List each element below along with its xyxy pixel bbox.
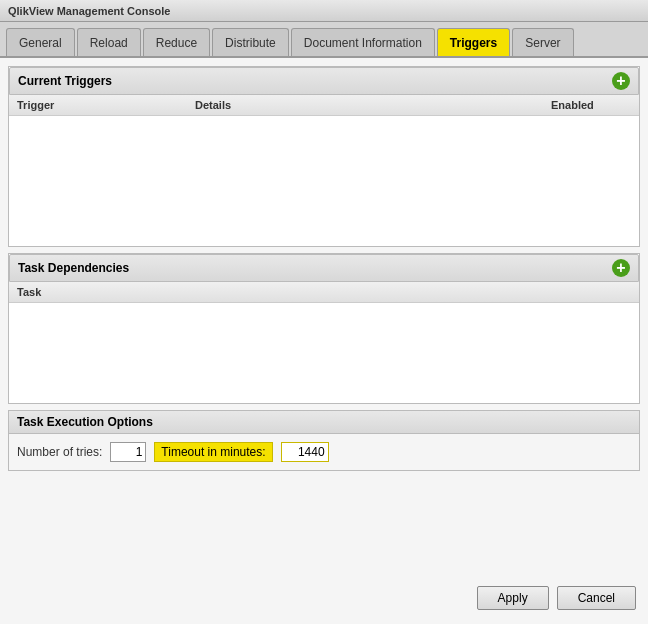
add-trigger-button[interactable]: + [612, 72, 630, 90]
current-triggers-label: Current Triggers [18, 74, 112, 88]
task-dependencies-section: Task Dependencies + Task [8, 253, 640, 404]
tab-triggers[interactable]: Triggers [437, 28, 510, 56]
enabled-col-header: Enabled [551, 99, 631, 111]
tasks-table-body [9, 303, 639, 403]
task-dependencies-label: Task Dependencies [18, 261, 129, 275]
main-content: Current Triggers + Trigger Details Enabl… [0, 58, 648, 624]
number-of-tries-input[interactable] [110, 442, 146, 462]
tab-reduce[interactable]: Reduce [143, 28, 210, 56]
add-dependency-button[interactable]: + [612, 259, 630, 277]
timeout-input[interactable] [281, 442, 329, 462]
footer: Apply Cancel [8, 580, 640, 616]
task-execution-label: Task Execution Options [17, 415, 153, 429]
tab-reload[interactable]: Reload [77, 28, 141, 56]
tab-bar: General Reload Reduce Distribute Documen… [0, 22, 648, 58]
spacer [8, 477, 640, 574]
timeout-label: Timeout in minutes: [154, 442, 272, 462]
task-col-header: Task [17, 286, 631, 298]
tab-document-information[interactable]: Document Information [291, 28, 435, 56]
title-bar: QlikView Management Console [0, 0, 648, 22]
triggers-table-header: Trigger Details Enabled [9, 95, 639, 116]
apply-button[interactable]: Apply [477, 586, 549, 610]
window-title: QlikView Management Console [8, 5, 170, 17]
task-execution-section: Task Execution Options Number of tries: … [8, 410, 640, 471]
current-triggers-header: Current Triggers + [9, 67, 639, 95]
tab-general[interactable]: General [6, 28, 75, 56]
task-execution-body: Number of tries: Timeout in minutes: [9, 434, 639, 470]
tasks-table-header: Task [9, 282, 639, 303]
cancel-button[interactable]: Cancel [557, 586, 636, 610]
trigger-col-header: Trigger [17, 99, 195, 111]
task-execution-header: Task Execution Options [9, 411, 639, 434]
tab-distribute[interactable]: Distribute [212, 28, 289, 56]
number-of-tries-label: Number of tries: [17, 445, 102, 459]
triggers-table-body [9, 116, 639, 246]
tab-server[interactable]: Server [512, 28, 573, 56]
details-col-header: Details [195, 99, 551, 111]
task-dependencies-header: Task Dependencies + [9, 254, 639, 282]
current-triggers-section: Current Triggers + Trigger Details Enabl… [8, 66, 640, 247]
